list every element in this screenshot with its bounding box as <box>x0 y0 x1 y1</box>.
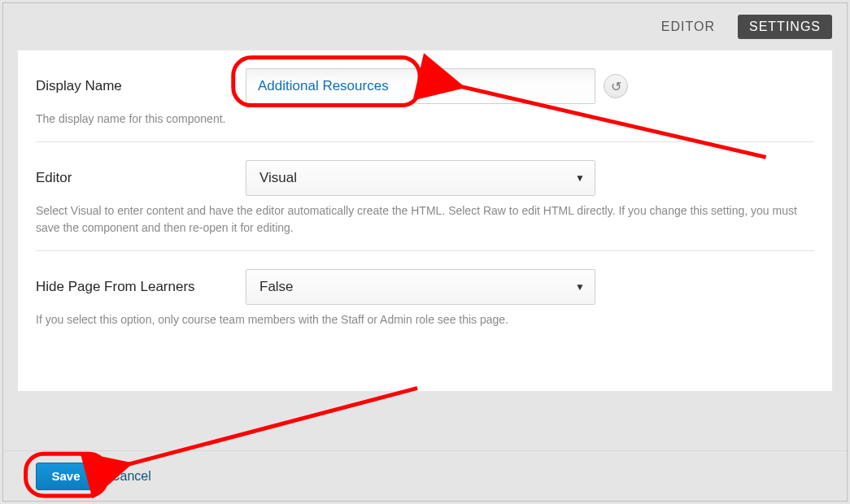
reset-button[interactable]: ↺ <box>604 74 628 98</box>
hide-page-select[interactable]: False ▼ <box>246 269 595 305</box>
editor-label: Editor <box>36 170 246 186</box>
undo-icon: ↺ <box>611 79 621 94</box>
modal-footer: Save Cancel <box>3 450 847 501</box>
cancel-link[interactable]: Cancel <box>111 469 151 484</box>
editor-select[interactable]: Visual ▼ <box>246 160 595 196</box>
setting-display-name: Display Name ↺ The display name for this… <box>36 50 814 142</box>
settings-form: Display Name ↺ The display name for this… <box>18 50 832 391</box>
hide-page-label: Hide Page From Learners <box>36 279 246 295</box>
tab-settings[interactable]: SETTINGS <box>738 15 832 39</box>
chevron-down-icon: ▼ <box>575 172 585 184</box>
hide-page-help: If you select this option, only course t… <box>36 311 814 328</box>
save-button[interactable]: Save <box>36 463 96 490</box>
display-name-input[interactable] <box>246 68 595 104</box>
display-name-help: The display name for this component. <box>36 111 814 127</box>
setting-editor: Editor Visual ▼ Select Visual to enter c… <box>36 142 814 251</box>
tab-bar: EDITOR SETTINGS <box>3 3 847 50</box>
setting-hide-page: Hide Page From Learners False ▼ If you s… <box>36 251 814 342</box>
editor-select-value: Visual <box>259 170 297 186</box>
editor-help: Select Visual to enter content and have … <box>36 202 814 236</box>
settings-panel: EDITOR SETTINGS Display Name ↺ The displ… <box>2 2 848 502</box>
hide-page-select-value: False <box>259 279 294 295</box>
tab-editor[interactable]: EDITOR <box>650 15 726 39</box>
display-name-label: Display Name <box>36 78 246 94</box>
chevron-down-icon: ▼ <box>575 281 585 293</box>
